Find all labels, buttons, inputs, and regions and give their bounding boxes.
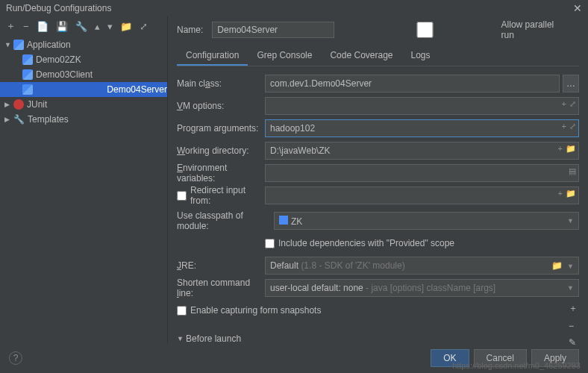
module-icon bbox=[279, 216, 288, 225]
browse-class-button[interactable]: … bbox=[563, 75, 579, 93]
edit-task-icon[interactable]: ✎ bbox=[569, 337, 578, 343]
copy-icon[interactable]: 📄 bbox=[37, 21, 49, 32]
expand-icon[interactable]: ⤢ bbox=[569, 122, 576, 131]
tree-node-application[interactable]: ▼ Application bbox=[0, 37, 167, 52]
folder-icon[interactable]: 📁 bbox=[120, 21, 132, 32]
chevron-down-icon: ▼ bbox=[4, 41, 10, 48]
tree-item-demo03client[interactable]: Demo03Client bbox=[0, 67, 167, 82]
main-class-label: Main class: bbox=[177, 78, 265, 89]
shorten-select[interactable]: user-local default: none - java [options… bbox=[265, 279, 579, 297]
chevron-down-icon: ▼ bbox=[567, 217, 574, 225]
tree-item-demo04server[interactable]: Demo04Server bbox=[0, 82, 167, 97]
redirect-checkbox[interactable]: Redirect input from: bbox=[177, 185, 265, 206]
tab-code-coverage[interactable]: Code Coverage bbox=[321, 46, 401, 66]
plus-icon[interactable]: + bbox=[558, 144, 563, 154]
config-tree-panel: ＋ − 📄 💾 🔧 ▴ ▾ 📁 ⤢ ▼ Application Demo02ZK… bbox=[0, 16, 168, 343]
help-button[interactable]: ? bbox=[9, 351, 22, 365]
tab-grep-console[interactable]: Grep Console bbox=[248, 46, 321, 66]
tab-logs[interactable]: Logs bbox=[402, 46, 440, 66]
tree-item-demo02zk[interactable]: Demo02ZK bbox=[0, 52, 167, 67]
config-icon bbox=[22, 54, 33, 65]
config-icon bbox=[22, 69, 33, 80]
junit-icon bbox=[13, 99, 24, 110]
tab-configuration[interactable]: Configuration bbox=[177, 46, 248, 66]
name-input[interactable] bbox=[212, 22, 334, 38]
tree-label: Demo04Server bbox=[107, 84, 167, 95]
env-vars-label: Environment variables: bbox=[177, 163, 265, 184]
allow-parallel-checkbox[interactable]: Allow parallel run bbox=[352, 19, 558, 40]
watermark: https://blog.csdn.net/m0_46259293 bbox=[452, 361, 581, 370]
tree-label: Application bbox=[27, 40, 71, 50]
folder-icon[interactable]: 📁 bbox=[551, 260, 563, 271]
chevron-right-icon: ▶ bbox=[4, 116, 10, 123]
chevron-down-icon: ▼ bbox=[567, 284, 574, 292]
tree-label: JUnit bbox=[27, 99, 47, 110]
program-args-label: Program arguments: bbox=[177, 123, 265, 134]
working-dir-input[interactable] bbox=[265, 142, 579, 160]
tree-node-junit[interactable]: ▶ JUnit bbox=[0, 97, 167, 112]
chevron-right-icon: ▶ bbox=[4, 101, 10, 108]
working-dir-label: Working directory: bbox=[177, 145, 265, 156]
tab-bar: Configuration Grep Console Code Coverage… bbox=[177, 46, 579, 66]
config-form-panel: Name: Allow parallel run Store as projec… bbox=[168, 16, 588, 343]
wrench-icon[interactable]: 🔧 bbox=[75, 21, 87, 32]
expand-icon[interactable]: ⤢ bbox=[140, 21, 148, 32]
folder-icon[interactable]: 📁 bbox=[566, 144, 576, 154]
name-label: Name: bbox=[177, 25, 203, 35]
tree-label: Demo03Client bbox=[36, 69, 93, 80]
chevron-down-icon: ▼ bbox=[567, 263, 574, 270]
classpath-select[interactable]: ZK▼ bbox=[274, 212, 579, 230]
tree-label: Templates bbox=[28, 114, 69, 125]
close-icon[interactable]: ✕ bbox=[573, 2, 582, 14]
before-launch-header[interactable]: ▼ Before launch bbox=[177, 333, 579, 343]
shorten-label: Shorten command line: bbox=[177, 278, 265, 298]
plus-icon[interactable]: + bbox=[562, 99, 566, 109]
list-icon[interactable]: ▤ bbox=[569, 166, 576, 176]
remove-icon[interactable]: − bbox=[23, 21, 29, 32]
save-icon[interactable]: 💾 bbox=[56, 21, 68, 32]
expand-icon[interactable]: ⤢ bbox=[569, 99, 576, 109]
down-icon[interactable]: ▾ bbox=[107, 21, 113, 32]
classpath-label: Use classpath of module: bbox=[177, 210, 274, 231]
jre-label: JRE: bbox=[177, 260, 265, 271]
redirect-input bbox=[265, 186, 579, 204]
folder-icon: 📁 bbox=[566, 189, 576, 198]
tree-label: Demo02ZK bbox=[36, 54, 81, 65]
jre-select[interactable]: Default (1.8 - SDK of 'ZK' module)📁▼ bbox=[265, 257, 579, 275]
main-class-input[interactable] bbox=[265, 75, 560, 93]
program-args-input[interactable] bbox=[265, 119, 579, 137]
enable-capture-checkbox[interactable]: Enable capturing form snapshots bbox=[177, 305, 321, 316]
vm-options-input[interactable] bbox=[265, 97, 579, 115]
config-icon bbox=[22, 84, 33, 95]
remove-task-icon[interactable]: − bbox=[569, 321, 578, 331]
up-icon[interactable]: ▴ bbox=[95, 21, 100, 32]
application-icon bbox=[13, 40, 24, 50]
chevron-down-icon: ▼ bbox=[177, 335, 183, 342]
store-project-checkbox[interactable]: Store as project file bbox=[567, 19, 588, 40]
dialog-title: Run/Debug Configurations bbox=[6, 3, 111, 13]
tree-node-templates[interactable]: ▶ 🔧 Templates bbox=[0, 112, 167, 127]
include-deps-checkbox[interactable]: Include dependencies with "Provided" sco… bbox=[265, 238, 454, 248]
add-icon[interactable]: ＋ bbox=[6, 19, 16, 33]
wrench-icon: 🔧 bbox=[13, 114, 25, 125]
vm-options-label: VM options: bbox=[177, 101, 265, 111]
plus-icon[interactable]: + bbox=[562, 122, 566, 131]
tree-toolbar: ＋ − 📄 💾 🔧 ▴ ▾ 📁 ⤢ bbox=[0, 16, 167, 36]
env-vars-input[interactable] bbox=[265, 164, 579, 182]
plus-icon: + bbox=[558, 189, 563, 198]
add-task-icon[interactable]: ＋ bbox=[569, 302, 578, 315]
